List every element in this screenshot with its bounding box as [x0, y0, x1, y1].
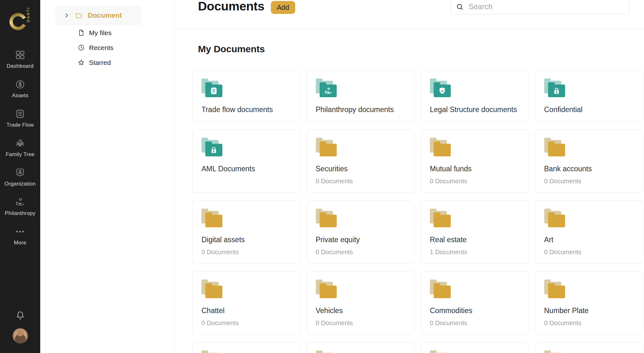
folder-count: 1 Documents: [430, 249, 520, 256]
gold-folder-icon: [544, 282, 565, 298]
search-box[interactable]: [450, 0, 630, 14]
tree-item-label: Starred: [89, 59, 111, 66]
svg-text:$: $: [555, 90, 558, 94]
folder-count: 0 Documents: [544, 178, 634, 185]
clock-icon: [78, 44, 85, 51]
folder-count: 0 Documents: [316, 319, 406, 327]
primary-nav: DashboardAssetsTrade FlowFamily TreeOrga…: [0, 45, 40, 251]
user-avatar[interactable]: [13, 328, 28, 344]
search-input[interactable]: [468, 2, 624, 11]
tree-item-document[interactable]: Document: [55, 6, 142, 25]
folder-card-number-plate[interactable]: Number Plate0 Documents: [535, 271, 643, 335]
folder-card-digital-assets[interactable]: Digital assets0 Documents: [192, 200, 301, 264]
folder-title: AML Documents: [201, 165, 291, 173]
danti-logo[interactable]: DANTI: [8, 6, 33, 34]
folder-count: 0 Documents: [430, 319, 520, 327]
folder-card-insurance[interactable]: Insurance: [535, 342, 643, 353]
folder-title: Chattel: [201, 306, 291, 315]
teal-folder-icon: $: [201, 140, 222, 156]
folder-title: Mutual funds: [430, 165, 520, 173]
folder-card-confidential[interactable]: $Confidential: [535, 70, 643, 122]
folder-title: Bank accounts: [544, 165, 634, 173]
folder-card-private-equity[interactable]: Private equity0 Documents: [307, 200, 415, 264]
folder-title: Securities: [316, 165, 406, 173]
tree-item-starred[interactable]: Starred: [40, 55, 174, 70]
sidebar-item-organization[interactable]: Organization: [0, 163, 40, 192]
trade-flow-icon: [15, 109, 25, 119]
folder-count: 0 Documents: [544, 319, 634, 327]
folder-title: Real estate: [430, 236, 520, 244]
folder-title: Confidential: [544, 105, 634, 114]
folder-card-private-loans[interactable]: Private loans: [192, 342, 301, 353]
bell-icon[interactable]: [15, 310, 26, 321]
tree-item-recents[interactable]: Recents: [40, 40, 174, 55]
teal-folder-icon: [316, 81, 337, 97]
folder-card-chattel[interactable]: Chattel0 Documents: [192, 271, 301, 335]
philanthropy-hand-heart-icon: [15, 197, 25, 207]
tree-item-my-files[interactable]: My files: [40, 25, 174, 40]
sidebar-item-label: Assets: [12, 92, 28, 99]
sidebar-item-label: More: [14, 240, 27, 246]
svg-text:$: $: [213, 149, 215, 153]
gold-folder-icon: [544, 211, 565, 227]
folder-card-legal-structure-documents[interactable]: Legal Structure documents: [421, 70, 529, 122]
folder-card-commodities[interactable]: Commodities0 Documents: [421, 271, 529, 335]
folder-card-securities[interactable]: Securities0 Documents: [307, 129, 415, 193]
folder-title: Art: [544, 236, 634, 244]
folder-count: 0 Documents: [316, 249, 406, 256]
sidebar-item-dashboard[interactable]: Dashboard: [0, 45, 40, 74]
gold-folder-icon: [316, 140, 337, 156]
primary-sidebar: DANTI DashboardAssetsTrade FlowFamily Tr…: [0, 0, 40, 353]
teal-folder-icon: [201, 81, 222, 97]
teal-folder-icon: [430, 81, 451, 97]
sidebar-item-trade-flow[interactable]: Trade Flow: [0, 104, 40, 133]
svg-text:DANTI: DANTI: [26, 7, 30, 22]
section-title: My Documents: [198, 44, 643, 54]
gold-folder-icon: [201, 282, 222, 298]
folder-card-bank-accounts[interactable]: Bank accounts0 Documents: [535, 129, 643, 193]
gold-folder-icon: [430, 211, 451, 227]
folder-title: Digital assets: [201, 236, 291, 244]
documents-grid: Trade flow documentsPhilanthropy documen…: [192, 70, 643, 353]
folder-card-art[interactable]: Art0 Documents: [535, 200, 643, 264]
folder-card-vehicles[interactable]: Vehicles0 Documents: [307, 271, 415, 335]
folder-card-philanthropy-documents[interactable]: Philanthropy documents: [307, 70, 415, 122]
folder-card-aml-documents[interactable]: $AML Documents: [192, 129, 301, 193]
folder-count: 0 Documents: [201, 249, 291, 256]
page-title: Documents: [198, 0, 265, 13]
sidebar-item-label: Trade Flow: [6, 122, 34, 128]
sidebar-item-philanthropy[interactable]: Philanthropy: [0, 192, 40, 222]
teal-folder-icon: $: [544, 81, 565, 97]
folder-card-luxury-animals[interactable]: Luxury animals: [307, 342, 415, 353]
folder-title: Vehicles: [316, 306, 406, 315]
sidebar-item-label: Organization: [4, 181, 36, 187]
app-root: DANTI DashboardAssetsTrade FlowFamily Tr…: [0, 0, 644, 353]
folder-title: Private equity: [316, 236, 406, 244]
assets-dollar-icon: [15, 79, 25, 90]
folder-card-real-estate[interactable]: Real estate1 Documents: [421, 200, 529, 264]
folder-count: 0 Documents: [544, 249, 634, 256]
folder-count: 0 Documents: [316, 178, 406, 185]
folder-card-cash[interactable]: Cash: [421, 342, 529, 353]
add-button[interactable]: Add: [271, 1, 295, 14]
folder-title: Trade flow documents: [201, 105, 291, 114]
main-content: Documents Add My Documents Trade flow do…: [174, 0, 644, 353]
tree-item-label: Recents: [89, 44, 113, 52]
folder-icon: [75, 12, 82, 19]
sidebar-item-assets[interactable]: Assets: [0, 74, 40, 104]
sidebar-item-more[interactable]: More: [0, 222, 40, 251]
folder-tree: DocumentMy filesRecentsStarred: [40, 6, 174, 70]
family-tree-icon: [15, 138, 25, 148]
sidebar-item-label: Family Tree: [6, 151, 35, 158]
star-icon: [78, 59, 85, 66]
gold-folder-icon: [430, 282, 451, 298]
chevron-right-icon[interactable]: [63, 12, 70, 19]
folder-card-mutual-funds[interactable]: Mutual funds0 Documents: [421, 129, 529, 193]
sidebar-item-label: Dashboard: [7, 63, 34, 69]
file-icon: [78, 29, 85, 36]
folder-title: Number Plate: [544, 306, 634, 315]
my-documents-section: My Documents Trade flow documentsPhilant…: [174, 29, 644, 353]
search-icon: [456, 3, 464, 11]
folder-card-trade-flow-documents[interactable]: Trade flow documents: [192, 70, 301, 122]
sidebar-item-family-tree[interactable]: Family Tree: [0, 133, 40, 163]
